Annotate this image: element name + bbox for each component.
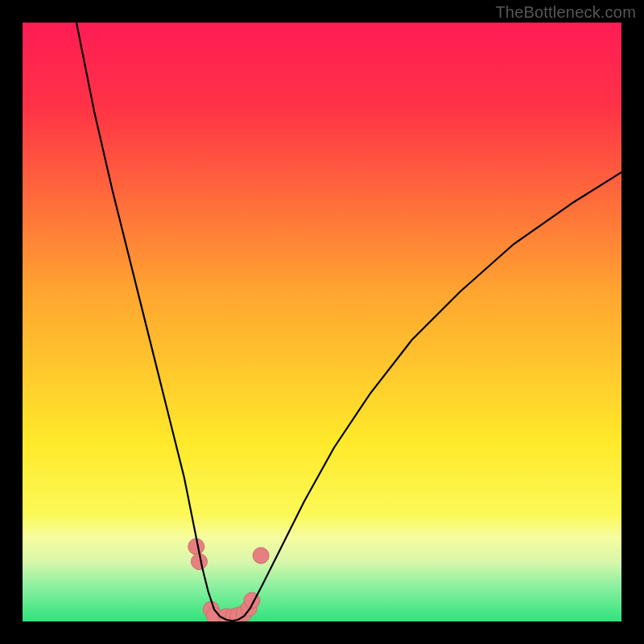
plot-area — [23, 23, 621, 621]
chart-svg — [23, 23, 621, 621]
gradient-background — [23, 23, 621, 621]
marker-point — [253, 547, 269, 564]
watermark-text: TheBottleneck.com — [495, 3, 636, 22]
outer-frame: TheBottleneck.com — [0, 0, 644, 644]
